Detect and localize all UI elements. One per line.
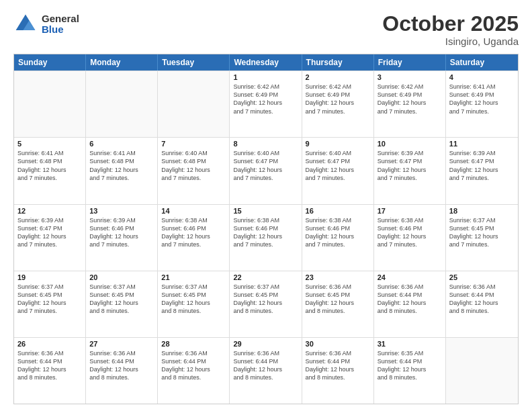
cell-text: Sunrise: 6:41 AM Sunset: 6:48 PM Dayligh… xyxy=(17,149,82,182)
day-number: 25 xyxy=(449,273,515,281)
cell-text: Sunrise: 6:36 AM Sunset: 6:44 PM Dayligh… xyxy=(17,349,82,382)
page: General Blue October 2025 Isingiro, Ugan… xyxy=(0,0,532,411)
cell-text: Sunrise: 6:38 AM Sunset: 6:46 PM Dayligh… xyxy=(161,216,226,249)
calendar-cell: 15Sunrise: 6:38 AM Sunset: 6:46 PM Dayli… xyxy=(230,205,302,271)
day-number: 24 xyxy=(378,273,442,281)
day-number: 22 xyxy=(233,273,298,281)
calendar-header-cell: Wednesday xyxy=(230,54,302,71)
cell-text: Sunrise: 6:40 AM Sunset: 6:47 PM Dayligh… xyxy=(306,149,370,182)
day-number: 11 xyxy=(449,140,515,148)
calendar-cell: 31Sunrise: 6:35 AM Sunset: 6:44 PM Dayli… xyxy=(374,338,446,404)
calendar-cell: 6Sunrise: 6:41 AM Sunset: 6:48 PM Daylig… xyxy=(86,138,158,203)
day-number: 19 xyxy=(17,273,82,281)
calendar-cell: 20Sunrise: 6:37 AM Sunset: 6:45 PM Dayli… xyxy=(86,271,158,337)
day-number: 14 xyxy=(161,207,226,215)
calendar-cell: 27Sunrise: 6:36 AM Sunset: 6:44 PM Dayli… xyxy=(86,338,158,404)
cell-text: Sunrise: 6:42 AM Sunset: 6:49 PM Dayligh… xyxy=(306,83,370,116)
day-number: 18 xyxy=(449,207,515,215)
logo-icon xyxy=(13,12,38,36)
day-number: 16 xyxy=(306,207,370,215)
calendar: SundayMondayTuesdayWednesdayThursdayFrid… xyxy=(13,54,519,404)
calendar-row: 1Sunrise: 6:42 AM Sunset: 6:49 PM Daylig… xyxy=(14,71,518,137)
cell-text: Sunrise: 6:36 AM Sunset: 6:44 PM Dayligh… xyxy=(378,283,442,316)
cell-text: Sunrise: 6:36 AM Sunset: 6:44 PM Dayligh… xyxy=(89,349,154,382)
calendar-cell: 8Sunrise: 6:40 AM Sunset: 6:47 PM Daylig… xyxy=(230,138,302,203)
cell-text: Sunrise: 6:37 AM Sunset: 6:45 PM Dayligh… xyxy=(161,283,226,316)
day-number: 27 xyxy=(89,340,154,348)
cell-text: Sunrise: 6:42 AM Sunset: 6:49 PM Dayligh… xyxy=(233,83,298,116)
calendar-row: 26Sunrise: 6:36 AM Sunset: 6:44 PM Dayli… xyxy=(14,337,518,404)
cell-text: Sunrise: 6:37 AM Sunset: 6:45 PM Dayligh… xyxy=(17,283,82,316)
calendar-row: 19Sunrise: 6:37 AM Sunset: 6:45 PM Dayli… xyxy=(14,271,518,337)
month-title: October 2025 xyxy=(382,12,519,36)
cell-text: Sunrise: 6:41 AM Sunset: 6:48 PM Dayligh… xyxy=(89,149,154,182)
calendar-cell: 1Sunrise: 6:42 AM Sunset: 6:49 PM Daylig… xyxy=(230,71,302,137)
calendar-cell: 21Sunrise: 6:37 AM Sunset: 6:45 PM Dayli… xyxy=(158,271,230,337)
cell-text: Sunrise: 6:37 AM Sunset: 6:45 PM Dayligh… xyxy=(89,283,154,316)
calendar-cell: 12Sunrise: 6:39 AM Sunset: 6:47 PM Dayli… xyxy=(14,205,86,271)
day-number: 13 xyxy=(89,207,154,215)
calendar-cell: 30Sunrise: 6:36 AM Sunset: 6:44 PM Dayli… xyxy=(302,338,374,404)
calendar-cell: 2Sunrise: 6:42 AM Sunset: 6:49 PM Daylig… xyxy=(302,71,374,137)
calendar-cell: 13Sunrise: 6:39 AM Sunset: 6:46 PM Dayli… xyxy=(86,205,158,271)
calendar-cell: 9Sunrise: 6:40 AM Sunset: 6:47 PM Daylig… xyxy=(302,138,374,203)
header: General Blue October 2025 Isingiro, Ugan… xyxy=(13,12,519,47)
calendar-header-cell: Saturday xyxy=(446,54,518,71)
cell-text: Sunrise: 6:37 AM Sunset: 6:45 PM Dayligh… xyxy=(233,283,298,316)
calendar-header-cell: Friday xyxy=(374,54,446,71)
cell-text: Sunrise: 6:39 AM Sunset: 6:47 PM Dayligh… xyxy=(449,149,515,182)
calendar-header-cell: Sunday xyxy=(14,54,86,71)
calendar-cell: 4Sunrise: 6:41 AM Sunset: 6:49 PM Daylig… xyxy=(446,71,518,137)
day-number: 4 xyxy=(449,73,515,81)
day-number: 6 xyxy=(89,140,154,148)
cell-text: Sunrise: 6:39 AM Sunset: 6:46 PM Dayligh… xyxy=(89,216,154,249)
logo-text: General Blue xyxy=(42,13,79,36)
cell-text: Sunrise: 6:36 AM Sunset: 6:44 PM Dayligh… xyxy=(306,349,370,382)
day-number: 20 xyxy=(89,273,154,281)
day-number: 30 xyxy=(306,340,370,348)
day-number: 23 xyxy=(306,273,370,281)
calendar-cell: 10Sunrise: 6:39 AM Sunset: 6:47 PM Dayli… xyxy=(374,138,446,203)
calendar-cell xyxy=(158,71,230,137)
day-number: 5 xyxy=(17,140,82,148)
calendar-body: 1Sunrise: 6:42 AM Sunset: 6:49 PM Daylig… xyxy=(14,71,518,404)
calendar-cell: 19Sunrise: 6:37 AM Sunset: 6:45 PM Dayli… xyxy=(14,271,86,337)
calendar-row: 12Sunrise: 6:39 AM Sunset: 6:47 PM Dayli… xyxy=(14,204,518,271)
cell-text: Sunrise: 6:38 AM Sunset: 6:46 PM Dayligh… xyxy=(306,216,370,249)
cell-text: Sunrise: 6:35 AM Sunset: 6:44 PM Dayligh… xyxy=(378,349,442,382)
location: Isingiro, Uganda xyxy=(382,36,519,47)
calendar-cell xyxy=(86,71,158,137)
cell-text: Sunrise: 6:42 AM Sunset: 6:49 PM Dayligh… xyxy=(378,83,442,116)
calendar-row: 5Sunrise: 6:41 AM Sunset: 6:48 PM Daylig… xyxy=(14,137,518,203)
day-number: 7 xyxy=(161,140,226,148)
calendar-cell: 17Sunrise: 6:38 AM Sunset: 6:46 PM Dayli… xyxy=(374,205,446,271)
calendar-cell: 3Sunrise: 6:42 AM Sunset: 6:49 PM Daylig… xyxy=(374,71,446,137)
calendar-header-cell: Thursday xyxy=(302,54,374,71)
calendar-cell: 29Sunrise: 6:36 AM Sunset: 6:44 PM Dayli… xyxy=(230,338,302,404)
cell-text: Sunrise: 6:40 AM Sunset: 6:47 PM Dayligh… xyxy=(233,149,298,182)
cell-text: Sunrise: 6:38 AM Sunset: 6:46 PM Dayligh… xyxy=(233,216,298,249)
title-block: October 2025 Isingiro, Uganda xyxy=(382,12,519,47)
day-number: 10 xyxy=(378,140,442,148)
logo: General Blue xyxy=(13,12,79,36)
calendar-cell: 7Sunrise: 6:40 AM Sunset: 6:48 PM Daylig… xyxy=(158,138,230,203)
cell-text: Sunrise: 6:36 AM Sunset: 6:44 PM Dayligh… xyxy=(161,349,226,382)
day-number: 26 xyxy=(17,340,82,348)
calendar-cell: 25Sunrise: 6:36 AM Sunset: 6:44 PM Dayli… xyxy=(446,271,518,337)
calendar-cell: 24Sunrise: 6:36 AM Sunset: 6:44 PM Dayli… xyxy=(374,271,446,337)
calendar-cell: 14Sunrise: 6:38 AM Sunset: 6:46 PM Dayli… xyxy=(158,205,230,271)
calendar-cell: 26Sunrise: 6:36 AM Sunset: 6:44 PM Dayli… xyxy=(14,338,86,404)
logo-general-label: General xyxy=(42,13,79,25)
day-number: 1 xyxy=(233,73,298,81)
calendar-cell: 22Sunrise: 6:37 AM Sunset: 6:45 PM Dayli… xyxy=(230,271,302,337)
calendar-cell: 5Sunrise: 6:41 AM Sunset: 6:48 PM Daylig… xyxy=(14,138,86,203)
day-number: 17 xyxy=(378,207,442,215)
cell-text: Sunrise: 6:36 AM Sunset: 6:44 PM Dayligh… xyxy=(449,283,515,316)
day-number: 3 xyxy=(378,73,442,81)
cell-text: Sunrise: 6:36 AM Sunset: 6:45 PM Dayligh… xyxy=(306,283,370,316)
cell-text: Sunrise: 6:36 AM Sunset: 6:44 PM Dayligh… xyxy=(233,349,298,382)
day-number: 31 xyxy=(378,340,442,348)
calendar-cell: 28Sunrise: 6:36 AM Sunset: 6:44 PM Dayli… xyxy=(158,338,230,404)
cell-text: Sunrise: 6:38 AM Sunset: 6:46 PM Dayligh… xyxy=(378,216,442,249)
calendar-cell: 11Sunrise: 6:39 AM Sunset: 6:47 PM Dayli… xyxy=(446,138,518,203)
